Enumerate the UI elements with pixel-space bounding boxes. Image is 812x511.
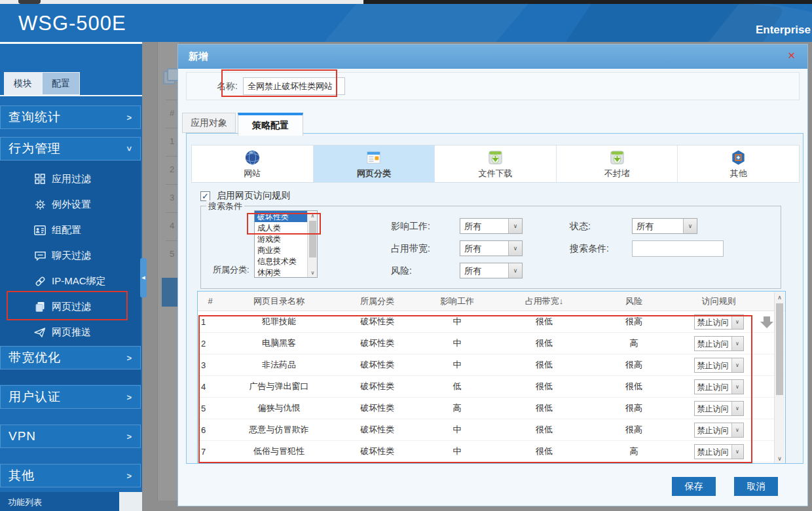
sidebar: 模块 配置 查询统计 > 行为管理 > 应用过滤 例外设置 组配置 bbox=[0, 42, 142, 511]
sidebar-item-web-push[interactable]: 网页推送 bbox=[0, 322, 141, 342]
col-header-bandwidth-sorted[interactable]: 占用带宽↓ bbox=[495, 295, 593, 307]
table-row[interactable]: 3 非法药品 破坏性类 中 很低 很高 禁止访问∨ bbox=[198, 354, 785, 376]
scroll-thumb[interactable] bbox=[309, 221, 316, 257]
sidebar-section-other[interactable]: 其他 > bbox=[0, 464, 141, 487]
risk-select[interactable]: 所有 ∨ bbox=[460, 263, 523, 278]
col-header-rule[interactable]: 访问规则 bbox=[674, 295, 763, 307]
table-scrollbar[interactable]: ∧ ∨ bbox=[774, 292, 784, 463]
status-select[interactable]: 所有 ∨ bbox=[632, 218, 697, 234]
chevron-down-icon: ∨ bbox=[731, 315, 743, 329]
keyword-input[interactable] bbox=[632, 240, 724, 257]
chevron-down-icon: ∨ bbox=[731, 337, 743, 350]
chat-bubble-icon bbox=[34, 250, 46, 261]
scroll-up-icon[interactable]: ∧ bbox=[775, 292, 784, 302]
chevron-right-icon: > bbox=[126, 432, 132, 442]
chevron-right-icon: > bbox=[126, 113, 132, 123]
category-option-selected[interactable]: 破坏性类 bbox=[255, 211, 307, 222]
category-tab-file-download[interactable]: 文件下载 bbox=[435, 145, 557, 182]
category-option[interactable]: 信息技术类 bbox=[255, 256, 307, 267]
access-rule-select[interactable]: 禁止访问∨ bbox=[694, 401, 744, 416]
table-row[interactable]: 2 电脑黑客 破坏性类 中 很低 高 禁止访问∨ bbox=[198, 333, 785, 354]
sidebar-item-chat-filter[interactable]: 聊天过滤 bbox=[0, 246, 141, 265]
bandwidth-select[interactable]: 所有 ∨ bbox=[460, 240, 523, 256]
sidebar-collapse-handle[interactable]: ◀ bbox=[140, 258, 147, 297]
save-button[interactable]: 保存 bbox=[672, 477, 716, 496]
category-tab-website[interactable]: 网站 bbox=[192, 145, 314, 182]
sidebar-section-query-stats[interactable]: 查询统计 > bbox=[0, 105, 141, 129]
access-rule-select[interactable]: 禁止访问∨ bbox=[694, 379, 744, 394]
sidebar-item-app-filter[interactable]: 应用过滤 bbox=[0, 169, 141, 189]
link-icon bbox=[34, 275, 46, 287]
keyword-label: 搜索条件: bbox=[570, 243, 609, 255]
sidebar-item-ip-mac-binding[interactable]: IP-MAC绑定 bbox=[0, 271, 141, 291]
brand-title: WSG-500E bbox=[18, 12, 126, 35]
category-tab-label: 其他 bbox=[730, 168, 747, 180]
download-icon bbox=[608, 149, 626, 166]
scroll-down-icon[interactable]: ∨ bbox=[775, 453, 784, 463]
close-icon[interactable]: ✕ bbox=[787, 50, 796, 62]
category-tab-web-category[interactable]: 网页分类 bbox=[314, 145, 435, 182]
sidebar-section-user-auth[interactable]: 用户认证 > bbox=[0, 385, 141, 409]
col-header-risk[interactable]: 风险 bbox=[593, 295, 674, 307]
chevron-right-icon: > bbox=[126, 353, 132, 363]
access-rule-select[interactable]: 禁止访问∨ bbox=[694, 336, 744, 351]
tab-apply-objects[interactable]: 应用对象 bbox=[182, 113, 236, 133]
policy-name-label: 名称: bbox=[217, 81, 238, 92]
category-tab-label: 网站 bbox=[244, 168, 261, 180]
hexagon-plus-icon bbox=[729, 149, 747, 166]
scroll-up-icon[interactable]: ∧ bbox=[308, 211, 318, 220]
grid-icon bbox=[34, 173, 46, 185]
category-option[interactable]: 游戏类 bbox=[255, 233, 307, 244]
sidebar-item-web-filter[interactable]: 网页过滤 bbox=[0, 297, 141, 316]
access-rule-select[interactable]: 禁止访问∨ bbox=[694, 423, 744, 438]
category-option[interactable]: 成人类 bbox=[255, 222, 307, 233]
chevron-right-icon: > bbox=[126, 471, 132, 481]
col-header-name[interactable]: 网页目录名称 bbox=[223, 295, 335, 307]
access-rule-select[interactable]: 禁止访问∨ bbox=[694, 358, 744, 373]
add-policy-modal: 新增 ✕ 名称: 应用对象 策略配置 网站 网页分类 bbox=[178, 45, 807, 506]
col-header-category[interactable]: 所属分类 bbox=[335, 295, 419, 307]
sidebar-item-group-config[interactable]: 组配置 bbox=[0, 220, 141, 240]
table-row[interactable]: 6 恶意与仿冒欺诈 破坏性类 中 很低 很高 禁止访问∨ bbox=[198, 419, 785, 441]
table-row[interactable]: 1 犯罪技能 破坏性类 中 很低 很高 禁止访问∨ bbox=[198, 311, 785, 333]
category-tab-no-block[interactable]: 不封堵 bbox=[557, 145, 678, 182]
background-table-edge: # 1 2 3 4 5 bbox=[157, 42, 180, 501]
web-category-table: # 网页目录名称 所属分类 影响工作 占用带宽↓ 风险 访问规则 1 犯罪技能 … bbox=[197, 291, 786, 464]
sidebar-footer-function-list[interactable]: 功能列表 bbox=[0, 492, 119, 511]
chevron-down-icon: ∨ bbox=[731, 380, 743, 394]
tab-policy-config[interactable]: 策略配置 bbox=[238, 113, 303, 136]
col-header-num[interactable]: # bbox=[198, 296, 223, 306]
category-tab-other[interactable]: 其他 bbox=[678, 145, 799, 182]
access-rule-select[interactable]: 禁止访问∨ bbox=[694, 314, 744, 330]
chevron-down-icon: ∨ bbox=[731, 445, 743, 459]
impact-select[interactable]: 所有 ∨ bbox=[460, 218, 523, 234]
col-header-impact[interactable]: 影响工作 bbox=[419, 295, 495, 307]
chevron-down-icon: ∨ bbox=[731, 358, 743, 372]
table-row[interactable]: 7 低俗与冒犯性 破坏性类 中 很低 高 禁止访问∨ bbox=[198, 441, 785, 463]
category-listbox[interactable]: 破坏性类 成人类 游戏类 商业类 信息技术类 休闲类 ∧ ∨ bbox=[254, 210, 318, 278]
table-row[interactable]: 5 偏狭与仇恨 破坏性类 高 很低 很高 禁止访问∨ bbox=[198, 398, 785, 419]
enable-rule-checkbox[interactable]: ✓ bbox=[200, 191, 210, 201]
access-rule-select[interactable]: 禁止访问∨ bbox=[694, 444, 744, 459]
search-conditions-legend: 搜索条件 bbox=[206, 200, 244, 212]
policy-config-panel: 网站 网页分类 文件下载 不封堵 其他 bbox=[186, 133, 803, 464]
sidebar-section-vpn[interactable]: VPN > bbox=[0, 425, 141, 448]
listbox-scrollbar[interactable]: ∧ ∨ bbox=[307, 211, 317, 277]
webpage-icon bbox=[365, 149, 382, 166]
sidebar-tab-config[interactable]: 配置 bbox=[42, 72, 80, 95]
category-tab-label: 不封堵 bbox=[604, 168, 630, 180]
table-row[interactable]: 4 广告与弹出窗口 破坏性类 低 很低 很低 禁止访问∨ bbox=[198, 376, 785, 398]
scroll-thumb[interactable] bbox=[776, 303, 783, 395]
chevron-down-icon: > bbox=[124, 146, 134, 152]
id-card-icon bbox=[34, 224, 46, 236]
cancel-button[interactable]: 取消 bbox=[734, 477, 778, 496]
policy-name-input[interactable] bbox=[243, 77, 345, 95]
scroll-down-icon[interactable]: ∨ bbox=[308, 268, 318, 277]
chevron-right-icon: > bbox=[126, 392, 132, 402]
sidebar-section-bandwidth[interactable]: 带宽优化 > bbox=[0, 346, 141, 369]
sidebar-item-exceptions[interactable]: 例外设置 bbox=[0, 195, 141, 214]
category-option[interactable]: 休闲类 bbox=[255, 267, 307, 277]
sidebar-tab-modules[interactable]: 模块 bbox=[4, 72, 42, 95]
sidebar-section-behavior-mgmt[interactable]: 行为管理 > bbox=[0, 137, 141, 161]
category-option[interactable]: 商业类 bbox=[255, 244, 307, 256]
